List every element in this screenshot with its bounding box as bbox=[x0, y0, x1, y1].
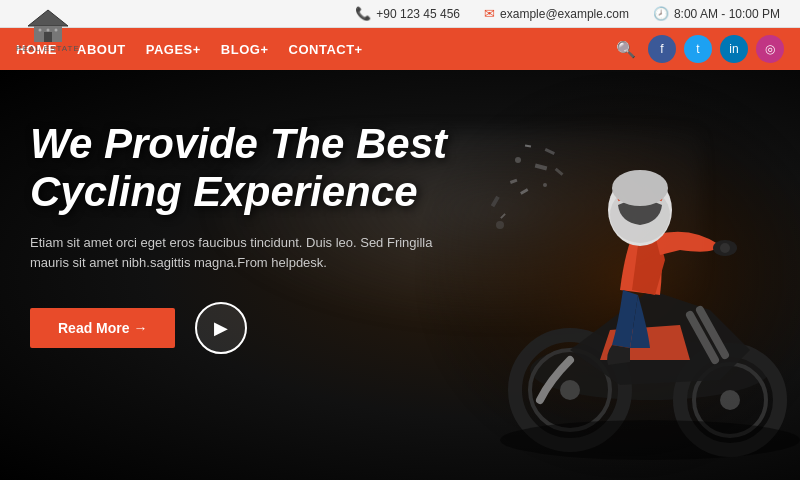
svg-point-30 bbox=[543, 183, 547, 187]
hero-title: We Provide The Best Cycling Experience bbox=[30, 120, 450, 217]
phone-number: +90 123 45 456 bbox=[376, 7, 460, 21]
svg-point-10 bbox=[560, 380, 580, 400]
play-video-button[interactable]: ▶ bbox=[195, 302, 247, 354]
nav-blog[interactable]: BLOG+ bbox=[221, 42, 269, 57]
navbar: HOME ABOUT PAGES+ BLOG+ CONTACT+ 🔍 f t i… bbox=[0, 28, 800, 70]
logo-text: REAL ESTATE bbox=[16, 44, 80, 53]
phone-info: 📞 +90 123 45 456 bbox=[355, 6, 460, 21]
svg-point-5 bbox=[54, 29, 57, 32]
svg-point-17 bbox=[720, 243, 730, 253]
business-hours: 8:00 AM - 10:00 PM bbox=[674, 7, 780, 21]
search-button[interactable]: 🔍 bbox=[616, 40, 636, 59]
svg-marker-0 bbox=[28, 10, 68, 26]
nav-contact[interactable]: CONTACT+ bbox=[289, 42, 363, 57]
svg-point-3 bbox=[38, 29, 41, 32]
svg-rect-2 bbox=[44, 32, 52, 42]
hero-section: We Provide The Best Cycling Experience E… bbox=[0, 70, 800, 480]
nav-right: 🔍 f t in ◎ bbox=[616, 35, 784, 63]
hero-subtitle: Etiam sit amet orci eget eros faucibus t… bbox=[30, 233, 450, 275]
svg-point-20 bbox=[612, 170, 668, 206]
svg-point-13 bbox=[720, 390, 740, 410]
nav-about[interactable]: ABOUT bbox=[77, 42, 126, 57]
svg-point-31 bbox=[496, 221, 504, 229]
read-more-button[interactable]: Read More → bbox=[30, 308, 175, 348]
hero-title-line1: We Provide The Best bbox=[30, 120, 447, 167]
top-bar: 📞 +90 123 45 456 ✉ example@example.com 🕗… bbox=[0, 0, 800, 28]
svg-point-4 bbox=[46, 29, 49, 32]
email-address: example@example.com bbox=[500, 7, 629, 21]
email-info: ✉ example@example.com bbox=[484, 6, 629, 21]
svg-point-29 bbox=[515, 157, 521, 163]
facebook-button[interactable]: f bbox=[648, 35, 676, 63]
instagram-button[interactable]: ◎ bbox=[756, 35, 784, 63]
nav-pages[interactable]: PAGES+ bbox=[146, 42, 201, 57]
clock-icon: 🕗 bbox=[653, 6, 669, 21]
play-icon: ▶ bbox=[214, 317, 228, 339]
twitter-button[interactable]: t bbox=[684, 35, 712, 63]
email-icon: ✉ bbox=[484, 6, 495, 21]
logo[interactable]: REAL ESTATE bbox=[16, 8, 80, 53]
hours-info: 🕗 8:00 AM - 10:00 PM bbox=[653, 6, 780, 21]
hero-content: We Provide The Best Cycling Experience E… bbox=[30, 120, 450, 354]
linkedin-button[interactable]: in bbox=[720, 35, 748, 63]
logo-icon bbox=[26, 8, 70, 44]
hero-actions: Read More → ▶ bbox=[30, 302, 450, 354]
hero-title-line2: Cycling Experience bbox=[30, 168, 418, 215]
phone-icon: 📞 bbox=[355, 6, 371, 21]
svg-point-32 bbox=[500, 420, 800, 460]
